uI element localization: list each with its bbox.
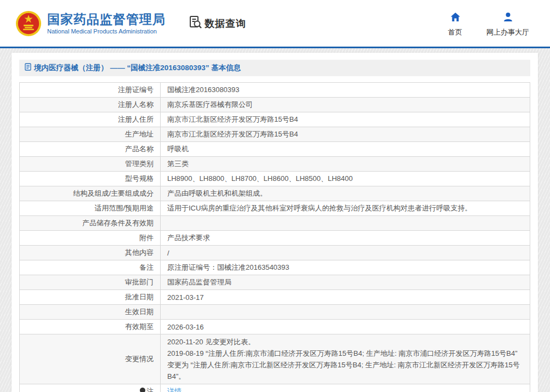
table-row: 注详情	[20, 384, 530, 392]
row-value: 2026-03-16	[161, 320, 530, 334]
table-row: 附件产品技术要求	[20, 231, 530, 246]
row-label: 变更情况	[20, 334, 161, 384]
row-label: 生效日期	[20, 305, 161, 320]
home-icon	[450, 12, 461, 25]
nav-online-hall[interactable]: 网上办事大厅	[486, 12, 529, 37]
site-header: 国家药品监督管理局 National Medical Products Admi…	[0, 0, 550, 47]
table-row: 注册证编号国械注准20163080393	[20, 83, 530, 98]
table-row: 生产地址南京市江北新区经济开发区万寿路15号B4	[20, 127, 530, 142]
org-name-en: National Medical Products Administration	[47, 28, 166, 35]
row-label: 适用范围/预期用途	[20, 201, 161, 216]
row-label: 产品名称	[20, 142, 161, 157]
row-value: LH8900、LH8800、LH8700、LH8600、LH8500、LH840…	[161, 172, 530, 186]
nav-online-hall-label: 网上办事大厅	[486, 27, 529, 37]
page-title-bar: 境内医疗器械（注册） —— “国械注准20163080393” 基本信息	[19, 60, 530, 76]
row-label: 生产地址	[20, 127, 161, 142]
content-card: 境内医疗器械（注册） —— “国械注准20163080393” 基本信息 注册证…	[12, 53, 538, 392]
row-label: 备注	[20, 260, 161, 275]
row-label: 结构及组成/主要组成成分	[20, 186, 161, 201]
table-row: 产品名称呼吸机	[20, 142, 530, 157]
org-title-block: 国家药品监督管理局 National Medical Products Admi…	[47, 12, 166, 35]
row-label: 有效期至	[20, 320, 161, 334]
row-label: 注册人住所	[20, 112, 161, 127]
header-divider	[0, 47, 550, 48]
table-row: 生效日期	[20, 305, 530, 320]
nav-home-label: 首页	[448, 27, 462, 37]
row-value: 适用于ICU病房的重症治疗及其他科室对呼衰病人的抢救与治疗及医疗机构对患者进行呼…	[161, 201, 530, 216]
pin-icon	[140, 388, 145, 392]
data-query-label: 数据查询	[205, 17, 246, 30]
org-name-zh: 国家药品监督管理局	[47, 12, 166, 26]
row-value: 南京市江北新区经济开发区万寿路15号B4	[161, 127, 530, 142]
nav-home[interactable]: 首页	[448, 12, 462, 37]
table-row: 批准日期2021-03-17	[20, 290, 530, 305]
row-value: 南京市江北新区经济开发区万寿路15号B4	[161, 112, 530, 127]
data-query-icon	[189, 15, 202, 31]
row-value: 详情	[161, 384, 530, 392]
row-value: 南京乐基医疗器械有限公司	[161, 98, 530, 112]
row-value: 产品由呼吸机主机和机架组成。	[161, 186, 530, 201]
info-table: 注册证编号国械注准20163080393注册人名称南京乐基医疗器械有限公司注册人…	[19, 82, 530, 392]
page-title: 境内医疗器械（注册） —— “国械注准20163080393” 基本信息	[34, 63, 241, 73]
row-label: 管理类别	[20, 157, 161, 172]
row-label: 型号规格	[20, 172, 161, 186]
table-row: 变更情况2020-11-20 见变更对比表。2019-08-19 “注册人住所:…	[20, 334, 530, 384]
row-value: /	[161, 246, 530, 260]
header-nav: 首页 网上办事大厅	[448, 12, 529, 37]
info-table-body: 注册证编号国械注准20163080393注册人名称南京乐基医疗器械有限公司注册人…	[20, 83, 530, 392]
row-value: 第三类	[161, 157, 530, 172]
table-row: 型号规格LH8900、LH8800、LH8700、LH8600、LH8500、L…	[20, 172, 530, 186]
table-row: 有效期至2026-03-16	[20, 320, 530, 334]
row-label: 产品储存条件及有效期	[20, 216, 161, 231]
row-label: 注册证编号	[20, 83, 161, 98]
row-value-line: 2020-11-20 见变更对比表。	[167, 336, 523, 348]
row-label: 附件	[20, 231, 161, 246]
national-emblem-logo[interactable]	[15, 10, 42, 37]
row-label: 注册人名称	[20, 98, 161, 112]
table-row: 结构及组成/主要组成成分产品由呼吸机主机和机架组成。	[20, 186, 530, 201]
table-row: 注册人住所南京市江北新区经济开发区万寿路15号B4	[20, 112, 530, 127]
table-row: 备注原注册证编号：国械注准20163540393	[20, 260, 530, 275]
table-row: 注册人名称南京乐基医疗器械有限公司	[20, 98, 530, 112]
row-value: 产品技术要求	[161, 231, 530, 246]
row-value: 2021-03-17	[161, 290, 530, 305]
table-row: 适用范围/预期用途适用于ICU病房的重症治疗及其他科室对呼衰病人的抢救与治疗及医…	[20, 201, 530, 216]
row-value-line: 2019-08-19 “注册人住所:南京市浦口经济开发区万寿路15号B4; 生产…	[167, 348, 523, 382]
row-value: 呼吸机	[161, 142, 530, 157]
table-row: 其他内容/	[20, 246, 530, 260]
row-value	[161, 216, 530, 231]
row-value: 国械注准20163080393	[161, 83, 530, 98]
row-label: 注	[20, 384, 161, 392]
table-row: 产品储存条件及有效期	[20, 216, 530, 231]
row-value: 国家药品监督管理局	[161, 275, 530, 290]
table-row: 审批部门国家药品监督管理局	[20, 275, 530, 290]
row-label: 批准日期	[20, 290, 161, 305]
row-label: 其他内容	[20, 246, 161, 260]
row-value: 原注册证编号：国械注准20163540393	[161, 260, 530, 275]
person-icon	[503, 12, 513, 25]
document-icon	[25, 63, 31, 73]
detail-link[interactable]: 详情	[167, 387, 182, 392]
nav-data-query[interactable]: 数据查询	[189, 15, 246, 31]
row-label: 审批部门	[20, 275, 161, 290]
table-row: 管理类别第三类	[20, 157, 530, 172]
row-value	[161, 305, 530, 320]
row-value: 2020-11-20 见变更对比表。2019-08-19 “注册人住所:南京市浦…	[161, 334, 530, 384]
